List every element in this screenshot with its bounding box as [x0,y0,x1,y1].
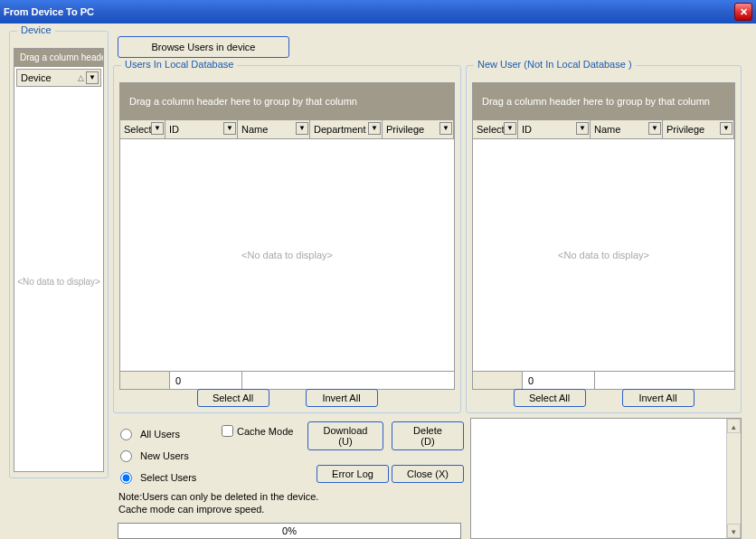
users-local-title: Users In Local Database [121,59,237,70]
radio-new-users[interactable]: New Users [120,445,196,467]
sort-asc-icon: △ [78,73,84,82]
chevron-down-icon[interactable]: ▼ [504,122,516,135]
col-id[interactable]: ID▼ [165,120,238,138]
chevron-down-icon[interactable]: ▼ [296,122,308,135]
close-button[interactable]: Close (X) [392,465,464,483]
device-tree: Drag a column header Device △ ▼ <No data… [14,48,104,472]
col-select[interactable]: Select▼ [120,120,165,138]
chevron-down-icon[interactable]: ▼ [223,122,236,135]
users-local-grid: Drag a column header here to group by th… [119,82,455,390]
users-new-count: 0 [523,372,595,389]
delete-button[interactable]: Delete (D) [392,421,464,450]
col-id[interactable]: ID▼ [518,120,591,138]
progress-bar: 0% [118,523,461,539]
device-column-label: Device [21,72,52,83]
device-group: Device Drag a column header Device △ ▼ <… [9,31,109,478]
users-new-title: New User (Not In Local Database ) [474,59,636,70]
select-all-button[interactable]: Select All [514,389,586,407]
browse-users-button[interactable]: Browse Users in device [118,36,289,58]
users-local-drag-hint: Drag a column header here to group by th… [120,83,454,119]
chevron-down-icon[interactable]: ▼ [151,122,164,135]
users-local-count: 0 [170,372,242,389]
footer-spacer [473,372,523,389]
scrollbar[interactable]: ▴ ▾ [726,419,741,538]
chevron-down-icon[interactable]: ▼ [648,122,661,135]
download-button[interactable]: Download (U) [307,421,383,450]
users-local-group: Users In Local Database Drag a column he… [113,65,461,413]
scroll-down-icon[interactable]: ▾ [727,524,741,538]
close-icon[interactable]: ✕ [734,3,752,21]
device-group-title: Device [17,24,55,35]
select-all-button[interactable]: Select All [197,389,269,407]
users-new-grid: Drag a column header here to group by th… [472,82,735,390]
chevron-down-icon[interactable]: ▼ [720,122,732,135]
users-new-no-data: <No data to display> [473,139,734,371]
invert-all-button[interactable]: Invert All [306,389,378,407]
col-department[interactable]: Department▼ [310,120,383,138]
users-local-no-data: <No data to display> [120,139,454,371]
col-select[interactable]: Select▼ [473,120,518,138]
device-no-data: <No data to display> [14,277,103,287]
users-new-group: New User (Not In Local Database ) Drag a… [466,65,742,413]
scroll-up-icon[interactable]: ▴ [727,419,741,433]
chevron-down-icon[interactable]: ▼ [368,122,381,135]
users-new-drag-hint: Drag a column header here to group by th… [473,83,734,119]
cache-mode-checkbox[interactable]: Cache Mode [222,425,293,437]
invert-all-button[interactable]: Invert All [622,389,695,407]
device-drag-hint: Drag a column header [14,49,103,67]
log-textarea[interactable]: ▴ ▾ [470,418,742,539]
col-name[interactable]: Name▼ [591,120,663,138]
radio-all-users[interactable]: All Users [120,423,196,445]
note-text: Note:Users can only be deleted in the de… [118,490,318,515]
radio-select-users[interactable]: Select Users [120,467,196,488]
window-title: From Device To PC [4,6,94,17]
chevron-down-icon[interactable]: ▼ [86,71,99,84]
footer-spacer [120,372,170,389]
col-privilege[interactable]: Privilege▼ [663,120,734,138]
chevron-down-icon[interactable]: ▼ [439,122,452,135]
error-log-button[interactable]: Error Log [317,465,389,483]
chevron-down-icon[interactable]: ▼ [576,122,589,135]
col-name[interactable]: Name▼ [238,120,310,138]
device-column-header[interactable]: Device △ ▼ [16,69,101,87]
col-privilege[interactable]: Privilege▼ [383,120,454,138]
